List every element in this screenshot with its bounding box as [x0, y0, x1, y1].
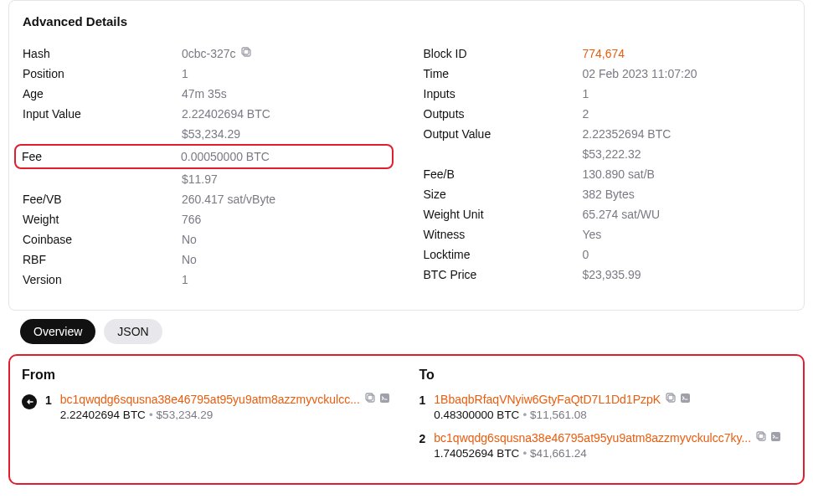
- details-column-left: Hash0cbc-327cPosition1Age47m 35sInput Va…: [23, 44, 390, 290]
- detail-row: Inputs1: [424, 84, 791, 104]
- detail-row: Age47m 35s: [23, 84, 390, 104]
- detail-label: BTC Price: [424, 268, 583, 281]
- detail-label: Input Value: [23, 107, 182, 121]
- detail-value: No: [182, 233, 390, 246]
- detail-label: Witness: [424, 228, 583, 241]
- detail-label: Hash: [23, 47, 182, 60]
- detail-subvalue: $53,222.32: [583, 147, 791, 161]
- detail-subrow: .$11.97: [23, 169, 390, 189]
- detail-row: WitnessYes: [424, 224, 791, 244]
- detail-value[interactable]: 774,674: [583, 47, 791, 60]
- detail-row: Fee0.00050000 BTC: [14, 144, 394, 169]
- address-link[interactable]: bc1qwqdg6squsna38e46795at95yu9atm8azzmyv…: [60, 393, 360, 406]
- details-column-right: Block ID774,674Time02 Feb 2023 11:07:20I…: [424, 44, 791, 290]
- detail-row: Hash0cbc-327c: [23, 44, 390, 64]
- detail-subrow: .$53,234.29: [23, 124, 390, 144]
- detail-label: Coinbase: [23, 233, 182, 246]
- detail-label: Block ID: [424, 47, 583, 60]
- amount-line: 2.22402694 BTC•$53,234.29: [60, 409, 394, 421]
- output-entry: 2bc1qwqdg6squsna38e46795at95yu9atm8azzmy…: [419, 431, 792, 460]
- tab-overview[interactable]: Overview: [20, 319, 95, 344]
- detail-label: Position: [23, 67, 182, 80]
- script-icon[interactable]: [379, 393, 390, 406]
- detail-value: 47m 35s: [182, 87, 390, 100]
- detail-row: Output Value2.22352694 BTC: [424, 124, 791, 144]
- advanced-details-panel: Advanced Details Hash0cbc-327cPosition1A…: [8, 0, 805, 311]
- detail-value: 2.22402694 BTC: [182, 107, 390, 121]
- detail-value: 260.417 sat/vByte: [182, 193, 390, 206]
- detail-row: CoinbaseNo: [23, 229, 390, 249]
- detail-row: BTC Price$23,935.99: [424, 265, 791, 285]
- detail-label: Inputs: [424, 87, 583, 100]
- entry-index: 2: [419, 432, 426, 460]
- amount-line: 1.74052694 BTC•$41,661.24: [434, 447, 791, 460]
- detail-value: 02 Feb 2023 11:07:20: [583, 67, 791, 80]
- detail-value: No: [182, 253, 390, 266]
- copy-icon[interactable]: [666, 393, 677, 406]
- to-column: To 11BbaqbRfaqVNyiw6GtyFaQtD7L1Dd1PzpK0.…: [419, 368, 792, 470]
- script-icon[interactable]: [770, 431, 781, 445]
- detail-label: Outputs: [424, 107, 583, 121]
- detail-row: Weight Unit65.274 sat/WU: [424, 204, 791, 224]
- detail-value: 766: [182, 213, 390, 226]
- detail-label: Age: [23, 87, 182, 100]
- detail-label: Fee/VB: [23, 193, 182, 206]
- detail-row: RBFNo: [23, 249, 390, 270]
- detail-row: Size382 Bytes: [424, 184, 791, 204]
- tab-json[interactable]: JSON: [104, 319, 162, 344]
- detail-value: 0cbc-327c: [182, 47, 390, 60]
- detail-label: Locktime: [424, 248, 583, 261]
- from-heading: From: [22, 368, 394, 383]
- detail-row: Weight766: [23, 209, 390, 229]
- detail-value: 2: [583, 107, 791, 121]
- detail-row: Block ID774,674: [424, 44, 791, 64]
- detail-row: Fee/B130.890 sat/B: [424, 164, 791, 184]
- from-column: From 1bc1qwqdg6squsna38e46795at95yu9atm8…: [22, 368, 394, 470]
- detail-value: 382 Bytes: [583, 188, 791, 201]
- detail-value: 130.890 sat/B: [583, 167, 791, 181]
- copy-icon[interactable]: [756, 431, 767, 445]
- detail-value: 1: [583, 87, 791, 100]
- detail-label: RBF: [23, 253, 182, 266]
- detail-value: Yes: [583, 228, 791, 241]
- to-heading: To: [419, 368, 792, 383]
- detail-value: 1: [182, 273, 390, 286]
- entry-index: 1: [419, 393, 426, 421]
- output-entry: 11BbaqbRfaqVNyiw6GtyFaQtD7L1Dd1PzpK0.483…: [419, 393, 792, 421]
- detail-label: Time: [424, 67, 583, 80]
- panel-title: Advanced Details: [23, 14, 790, 28]
- script-icon[interactable]: [680, 393, 691, 406]
- view-tabs: Overview JSON: [0, 319, 813, 344]
- detail-label: Fee: [22, 150, 181, 163]
- detail-label: Size: [424, 188, 583, 201]
- detail-label: Output Value: [424, 127, 583, 141]
- input-entry: 1bc1qwqdg6squsna38e46795at95yu9atm8azzmy…: [22, 393, 394, 421]
- address-link[interactable]: 1BbaqbRfaqVNyiw6GtyFaQtD7L1Dd1PzpK: [434, 393, 661, 406]
- detail-row: Version1: [23, 270, 390, 290]
- amount-line: 0.48300000 BTC•$11,561.08: [434, 409, 791, 421]
- copy-icon[interactable]: [241, 47, 252, 58]
- detail-value: $23,935.99: [583, 268, 791, 281]
- detail-row: Locktime0: [424, 244, 791, 265]
- detail-value: 0: [583, 248, 791, 261]
- detail-label: Weight Unit: [424, 208, 583, 221]
- detail-value: 65.274 sat/WU: [583, 208, 791, 221]
- detail-subvalue: $11.97: [182, 172, 390, 186]
- detail-row: Input Value2.22402694 BTC: [23, 104, 390, 124]
- detail-row: Outputs2: [424, 104, 791, 124]
- copy-icon[interactable]: [365, 393, 376, 406]
- detail-value: 1: [182, 67, 390, 80]
- inputs-outputs-panel: From 1bc1qwqdg6squsna38e46795at95yu9atm8…: [8, 354, 805, 485]
- detail-value: 0.00050000 BTC: [181, 150, 392, 163]
- detail-subrow: .$53,222.32: [424, 144, 791, 164]
- entry-index: 1: [45, 393, 52, 421]
- address-link[interactable]: bc1qwqdg6squsna38e46795at95yu9atm8azzmyv…: [434, 431, 751, 445]
- detail-value: 2.22352694 BTC: [583, 127, 791, 141]
- detail-label: Weight: [23, 213, 182, 226]
- detail-row: Time02 Feb 2023 11:07:20: [424, 64, 791, 84]
- detail-row: Fee/VB260.417 sat/vByte: [23, 189, 390, 209]
- arrow-left-icon: [22, 394, 37, 409]
- detail-subvalue: $53,234.29: [182, 127, 390, 141]
- detail-row: Position1: [23, 64, 390, 84]
- detail-label: Fee/B: [424, 167, 583, 181]
